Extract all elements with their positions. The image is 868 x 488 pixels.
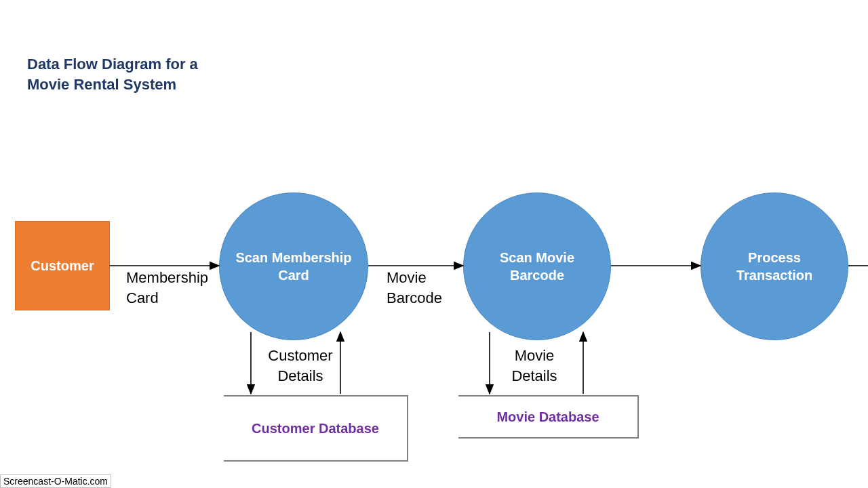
datastore-customer-db: Customer Database xyxy=(224,395,408,462)
entity-customer: Customer xyxy=(15,221,110,310)
flow-label-movie-barcode: Movie Barcode xyxy=(387,268,468,308)
diagram-title: Data Flow Diagram for a Movie Rental Sys… xyxy=(27,54,217,94)
flow-label-movie-details: Movie Details xyxy=(507,346,561,386)
watermark: Screencast-O-Matic.com xyxy=(0,474,111,488)
process-transaction: Process Transaction xyxy=(701,192,848,340)
flow-label-customer-details: Customer Details xyxy=(263,346,338,386)
process-scan-movie: Scan Movie Barcode xyxy=(463,192,611,340)
flow-label-membership-card: Membership Card xyxy=(126,268,221,308)
process-scan-membership: Scan Membership Card xyxy=(219,192,368,340)
datastore-movie-db: Movie Database xyxy=(458,395,639,439)
